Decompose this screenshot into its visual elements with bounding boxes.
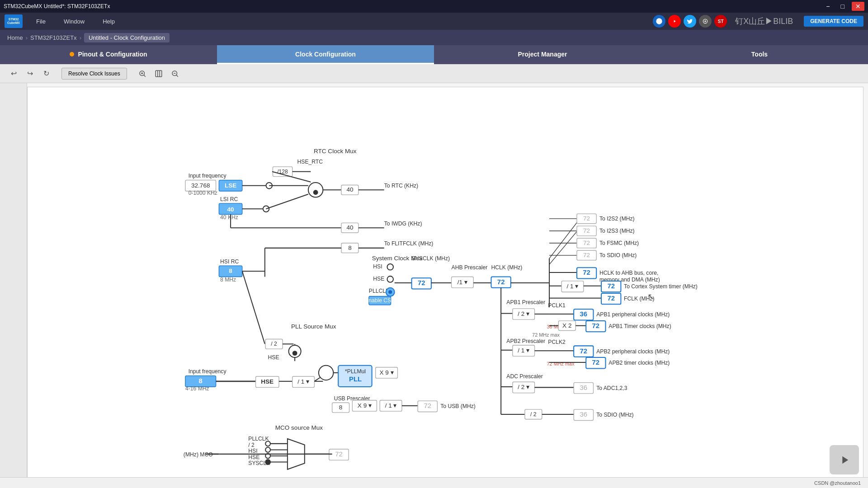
generate-code-button[interactable]: GENERATE CODE	[804, 16, 863, 27]
menu-window[interactable]: Window	[59, 16, 89, 27]
apb2-timer-label: APB2 timer clocks (MHz)	[609, 360, 670, 366]
watermark-text: 钉X山丘▶BILIB	[735, 16, 793, 27]
menubar-right: ST 钉X山丘▶BILIB GENERATE CODE	[653, 15, 863, 28]
close-button[interactable]: ✕	[852, 2, 864, 11]
svg-point-110	[319, 366, 333, 380]
fsmc-label: To FSMC (MHz)	[599, 240, 639, 246]
breadcrumb-home[interactable]: Home	[7, 34, 23, 41]
apb1-val: / 2 ▾	[518, 310, 529, 317]
zoom-out-button[interactable]	[169, 67, 181, 80]
apb2-val: / 1 ▾	[518, 347, 529, 354]
svg-point-46	[388, 290, 392, 294]
nav-tabs: Pinout & Configuration Clock Configurati…	[0, 45, 868, 64]
apb2-periph-val: 72	[580, 347, 588, 355]
tab-project-label: Project Manager	[518, 51, 567, 58]
hsi-div2: / 2	[271, 341, 277, 347]
hclk-val: 72	[497, 278, 505, 286]
fit-button[interactable]	[152, 67, 165, 80]
window-controls[interactable]: − □ ✕	[822, 2, 864, 11]
svg-point-20	[263, 206, 269, 212]
apb1-timer-val: 72	[592, 322, 600, 329]
breadcrumb-device[interactable]: STM32F103ZETx	[30, 34, 77, 41]
svg-point-101	[292, 351, 297, 356]
menu-help[interactable]: Help	[98, 16, 119, 27]
hse-div: / 1 ▾	[297, 378, 309, 385]
usb-out-val: 72	[424, 402, 431, 409]
breadcrumb-sep-2: ›	[80, 34, 81, 41]
apb1-prescaler-label: APB1 Prescaler	[506, 299, 545, 305]
pclk2-label: PCLK2	[548, 339, 566, 345]
lse-box: LSE	[225, 182, 236, 189]
twitter-icon[interactable]	[684, 15, 696, 28]
resolve-clock-issues-button[interactable]: Resolve Clock Issues	[61, 68, 127, 80]
mco-out-val: 72	[335, 450, 343, 458]
svg-text:/ 2: / 2	[248, 442, 255, 448]
to-iwdg-val: 40	[346, 224, 353, 231]
usb-div: X 9 ▾	[358, 402, 372, 409]
video-overlay[interactable]	[830, 445, 859, 474]
redo-button[interactable]: ↪	[24, 67, 36, 80]
social-icon-1[interactable]	[653, 15, 665, 28]
refresh-button[interactable]: ↻	[40, 67, 52, 80]
tab-clock[interactable]: Clock Configuration	[217, 45, 434, 64]
undo-button[interactable]: ↩	[7, 67, 20, 80]
mco-label: (MHz) MCO	[184, 451, 213, 458]
apb1-periph-val: 36	[580, 310, 588, 318]
social-icon-other[interactable]	[699, 15, 712, 28]
hsi-mhz: 8 MHz	[220, 277, 236, 283]
hse-rtc: HSE_RTC	[297, 159, 323, 165]
ahb-out-val: 72	[583, 269, 590, 276]
i2s3-val: 72	[583, 227, 590, 234]
svg-marker-143	[842, 456, 848, 463]
lsi-rc-label: LSI RC	[220, 196, 238, 202]
pclk2-max: 72 MHz max	[547, 361, 575, 366]
svg-point-0	[656, 18, 662, 24]
apb1-72max: 72 MHz max	[532, 332, 560, 338]
pll-source-mux: PLL Source Mux	[291, 323, 336, 330]
tab-project[interactable]: Project Manager	[434, 45, 651, 64]
enable-css: Enable CSS	[365, 297, 395, 304]
apb2-periph-label: APB2 peripheral clocks (MHz)	[596, 348, 670, 355]
to-rtc-label: To RTC (KHz)	[384, 183, 418, 189]
sysclk-label: SYSCLK (MHz)	[412, 255, 450, 262]
tab-pinout[interactable]: Pinout & Configuration	[0, 45, 217, 64]
svg-rect-9	[156, 70, 162, 77]
i2s3-label: To I2S3 (MHz)	[599, 228, 635, 234]
tab-tools[interactable]: Tools	[651, 45, 868, 64]
minimize-button[interactable]: −	[822, 2, 833, 11]
cortex-div: / 1 ▾	[567, 283, 579, 290]
to-flitf-label: To FLITFCLK (MHz)	[384, 240, 434, 247]
title-text: STM32CubeMX Untitled*: STM32F103ZETx	[4, 3, 110, 9]
lsi-khz: 40 KHz	[220, 214, 238, 221]
cortex-val: 72	[607, 282, 615, 290]
svg-point-134	[265, 447, 270, 452]
adc-val: / 2 ▾	[518, 384, 529, 390]
sdio-out-label: To SDIO (MHz)	[596, 412, 633, 418]
sysclk-val: 72	[418, 279, 425, 286]
title-bar: STM32CubeMX Untitled*: STM32F103ZETx − □…	[0, 0, 868, 13]
svg-text:HSE: HSE	[268, 354, 279, 361]
youtube-icon[interactable]	[668, 15, 681, 28]
fsmc-val: 72	[583, 239, 590, 246]
svg-text:↖: ↖	[647, 292, 655, 301]
ahb-val: /1 ▾	[458, 279, 467, 286]
mco-source-mux: MCO source Mux	[275, 424, 323, 431]
to-ahb-label: HCLK to AHB bus, core,	[599, 270, 658, 276]
hse-freq-box: 8	[199, 377, 203, 385]
apb1-timer-label: APB1 Timer clocks (MHz)	[609, 323, 671, 329]
svg-point-43	[387, 264, 393, 270]
ahb-prescaler-label: AHB Prescaler	[452, 264, 488, 271]
hsi-mco-label: HSI	[248, 448, 257, 454]
zoom-in-button[interactable]	[136, 67, 149, 80]
sysclk-mco-label: SYSCLK	[248, 460, 270, 466]
breadcrumb-config[interactable]: Untitled - Clock Configuration	[84, 33, 170, 42]
to-usb-label: To USB (MHz)	[440, 403, 476, 409]
clock-diagram[interactable]: Input frequency 32.768 0-1000 KHz LSE LS…	[27, 87, 863, 479]
menu-file[interactable]: File	[32, 16, 50, 27]
adc-out-val: 36	[580, 384, 588, 391]
svg-line-6	[144, 75, 146, 77]
st-icon[interactable]: ST	[714, 15, 727, 28]
restore-button[interactable]: □	[837, 2, 848, 11]
pinout-dot	[70, 52, 74, 56]
hse-input-label: Input frequency	[189, 368, 227, 375]
